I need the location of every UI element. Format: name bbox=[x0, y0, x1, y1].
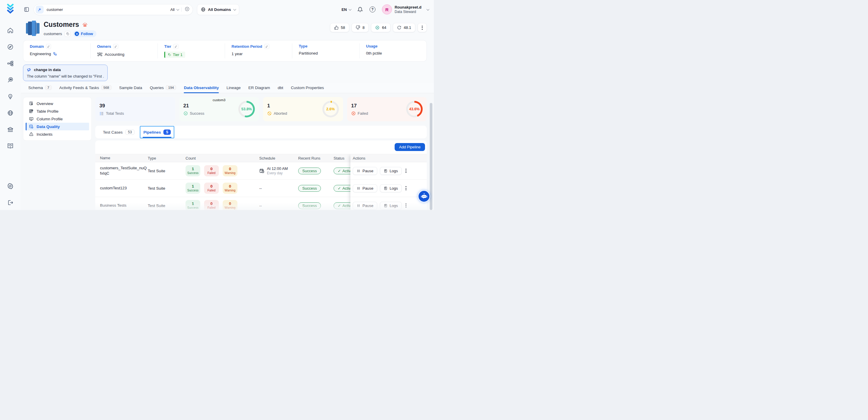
govern-bank-icon[interactable] bbox=[7, 126, 13, 133]
tab-queries[interactable]: Queries194 bbox=[150, 85, 176, 93]
search-input[interactable] bbox=[46, 7, 170, 12]
settings-gear-icon[interactable] bbox=[7, 183, 13, 189]
tab-dbt[interactable]: dbt bbox=[278, 85, 283, 93]
tab-pipelines[interactable]: Pipelines 5 bbox=[141, 126, 174, 138]
success-value: 21 bbox=[183, 103, 205, 109]
check-icon: ✓ bbox=[338, 186, 341, 190]
tab-test-cases[interactable]: Test Cases 53 bbox=[100, 126, 137, 138]
pause-icon bbox=[356, 169, 361, 173]
recent-run-badge[interactable]: Success bbox=[298, 185, 321, 192]
announcement-alarm-icon[interactable] bbox=[82, 22, 88, 28]
pipelines-table: Name Type Count Schedule Recent Runs Sta… bbox=[95, 154, 427, 210]
insights-bulb-icon[interactable] bbox=[7, 93, 13, 100]
card-success: custom3 21 Success 53.8% bbox=[179, 97, 259, 121]
row-kebab-icon[interactable] bbox=[404, 168, 408, 174]
upvote-button[interactable]: 58 bbox=[330, 23, 349, 32]
entity-tabs: Schema7 Activity Feeds & Tasks568 Sample… bbox=[21, 83, 434, 93]
tab-sample-data[interactable]: Sample Data bbox=[119, 85, 142, 93]
downvote-button[interactable]: 8 bbox=[351, 23, 369, 32]
logout-icon[interactable] bbox=[7, 200, 13, 206]
schedule-cell: -- bbox=[259, 186, 262, 190]
logs-icon bbox=[384, 186, 388, 190]
pipeline-name[interactable]: customers_TestSuite_nuQfxIqC bbox=[95, 166, 148, 176]
owners-value[interactable]: Accounting bbox=[105, 52, 124, 57]
search-scope-dropdown[interactable]: All bbox=[170, 7, 182, 12]
pipeline-name[interactable]: customTest123 bbox=[95, 185, 148, 191]
summary-cards: 39 Total Tests custom3 21 bbox=[95, 97, 427, 121]
follow-button[interactable]: ★ Follow bbox=[73, 30, 96, 37]
subnav-item-table-profile[interactable]: Table Profile bbox=[26, 107, 89, 115]
home-icon[interactable] bbox=[7, 27, 13, 34]
help-icon[interactable]: ? bbox=[370, 6, 375, 12]
lineage-flow-icon[interactable] bbox=[7, 60, 13, 67]
failed-label: Failed bbox=[358, 111, 368, 116]
tab-schema[interactable]: Schema7 bbox=[28, 85, 52, 93]
clear-search-icon[interactable] bbox=[185, 6, 190, 13]
chatbot-button[interactable] bbox=[418, 190, 430, 202]
domain-value[interactable]: Engineering bbox=[30, 52, 51, 56]
app-logo[interactable] bbox=[5, 3, 16, 16]
pause-icon bbox=[356, 186, 361, 190]
subnav-item-overview[interactable]: Overview bbox=[26, 100, 89, 107]
observability-search-eye-icon[interactable] bbox=[7, 77, 13, 83]
tab-count: 194 bbox=[166, 85, 176, 90]
global-search-bar[interactable]: All bbox=[34, 4, 193, 15]
domains-globe-icon[interactable] bbox=[7, 110, 13, 116]
tab-custom-properties[interactable]: Custom Properties bbox=[291, 85, 324, 93]
edit-domain-icon[interactable] bbox=[46, 44, 51, 49]
search-scope-label: All bbox=[170, 7, 175, 12]
more-options-button[interactable] bbox=[417, 23, 427, 32]
tab-er-diagram[interactable]: ER Diagram bbox=[248, 85, 270, 93]
tier-badge[interactable]: Tier 1 bbox=[164, 52, 185, 58]
subnav-item-data-quality[interactable]: Data Quality bbox=[26, 123, 89, 130]
copy-icon[interactable] bbox=[65, 31, 70, 37]
tab-data-observability[interactable]: Data Observability bbox=[184, 85, 219, 93]
test-cases-count: 53 bbox=[125, 129, 134, 135]
all-domains-button[interactable]: All Domains bbox=[197, 4, 239, 15]
logs-button[interactable]: Logs bbox=[380, 184, 402, 192]
add-pipeline-button[interactable]: Add Pipeline bbox=[395, 143, 425, 151]
user-avatar[interactable]: R bbox=[382, 4, 392, 14]
edit-retention-icon[interactable] bbox=[264, 44, 269, 49]
type-value: Partitioned bbox=[299, 51, 318, 55]
pause-button[interactable]: Pause bbox=[353, 184, 377, 192]
edit-tier-icon[interactable] bbox=[174, 44, 179, 49]
quality-score-button[interactable]: 64 bbox=[371, 23, 390, 32]
row-kebab-icon[interactable] bbox=[404, 185, 408, 191]
logs-button[interactable]: Logs bbox=[380, 167, 402, 175]
success-count-chip: 1Success bbox=[186, 183, 200, 194]
recent-run-badge[interactable]: Success bbox=[298, 202, 321, 209]
row-actions: Pause Logs bbox=[350, 162, 409, 180]
aborted-percent: 2.6% bbox=[326, 107, 335, 111]
subnav-item-column-profile[interactable]: Column Profile bbox=[26, 115, 89, 123]
subnav-item-incidents[interactable]: Incidents bbox=[26, 130, 89, 138]
tooltip-custom3: custom3 bbox=[213, 98, 225, 102]
notifications-bell-icon[interactable] bbox=[357, 6, 363, 12]
announcement-banner[interactable]: change in data The column "name" will be… bbox=[23, 65, 107, 81]
tab-lineage[interactable]: Lineage bbox=[226, 85, 241, 93]
success-check-circle-icon bbox=[183, 111, 188, 116]
edit-owners-icon[interactable] bbox=[113, 44, 118, 49]
row-kebab-icon[interactable] bbox=[404, 202, 408, 209]
kebab-icon bbox=[422, 26, 423, 30]
language-selector[interactable]: EN bbox=[342, 7, 351, 12]
subnav-label: Incidents bbox=[37, 132, 53, 137]
thumbs-down-icon bbox=[356, 25, 360, 30]
explore-compass-icon[interactable] bbox=[7, 44, 13, 50]
pipeline-type: Test Suite bbox=[148, 186, 186, 190]
usage-score-button[interactable]: 48.1 bbox=[393, 23, 415, 32]
megaphone-icon bbox=[27, 67, 32, 72]
pipeline-name[interactable]: Business Tests bbox=[95, 203, 148, 208]
pause-button[interactable]: Pause bbox=[353, 167, 377, 175]
user-menu[interactable]: R Rounakpreet.d Data Steward bbox=[382, 4, 429, 14]
success-label: Success bbox=[190, 111, 205, 116]
glossary-book-icon[interactable] bbox=[7, 143, 13, 149]
recent-run-badge[interactable]: Success bbox=[298, 168, 321, 174]
schedule-cell: -- bbox=[259, 204, 262, 208]
tab-activity-feeds[interactable]: Activity Feeds & Tasks568 bbox=[59, 85, 112, 93]
logs-button[interactable]: Logs bbox=[380, 202, 402, 210]
sidebar-toggle-icon[interactable] bbox=[24, 6, 30, 12]
tab-label: Pipelines bbox=[143, 130, 161, 134]
pause-button[interactable]: Pause bbox=[353, 202, 377, 210]
vertical-scrollbar[interactable] bbox=[430, 103, 432, 210]
